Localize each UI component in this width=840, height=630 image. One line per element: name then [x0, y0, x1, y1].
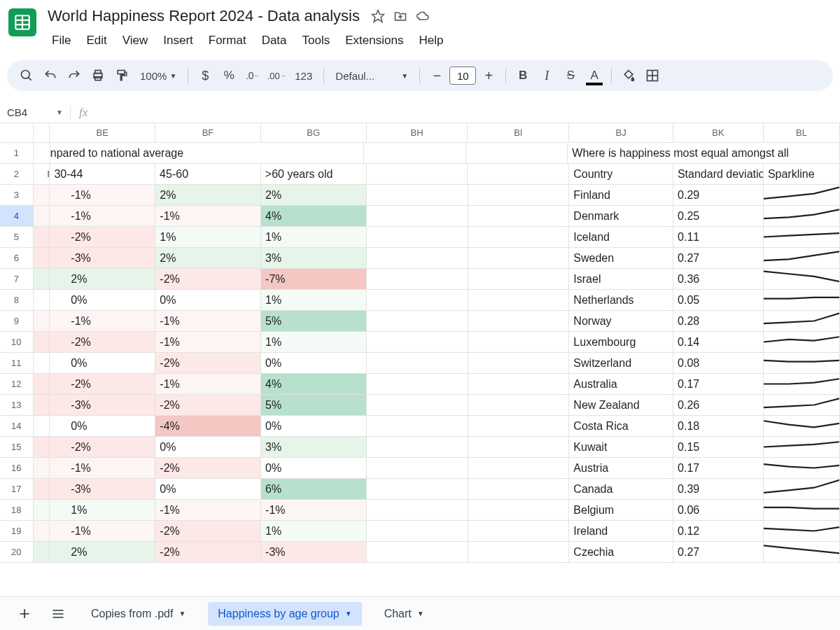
column-header[interactable]: BE	[50, 123, 155, 142]
cell[interactable]: 2%	[50, 542, 155, 562]
cell[interactable]: -1%	[261, 500, 367, 520]
row-header[interactable]: 7	[0, 269, 34, 289]
cell[interactable]	[367, 479, 468, 499]
cell[interactable]	[367, 374, 468, 394]
cell[interactable]: -1%	[50, 521, 155, 541]
cell[interactable]: -2%	[155, 353, 261, 373]
cell[interactable]: 3%	[261, 248, 367, 268]
cell[interactable]: 0.08	[673, 353, 764, 373]
cell[interactable]: 0.05	[673, 290, 764, 310]
sparkline-cell[interactable]	[764, 353, 840, 373]
cell[interactable]	[468, 311, 570, 331]
cell[interactable]	[34, 395, 50, 415]
cell[interactable]: Sparkline	[764, 164, 840, 184]
menu-tools[interactable]: Tools	[295, 29, 337, 52]
sparkline-cell[interactable]	[764, 311, 840, 331]
cell[interactable]: Canada	[569, 479, 673, 499]
cell[interactable]: 0.14	[673, 332, 764, 352]
cell[interactable]	[468, 458, 570, 478]
cell[interactable]	[34, 416, 50, 436]
fill-color-icon[interactable]	[617, 64, 640, 87]
cell[interactable]	[367, 416, 468, 436]
cell[interactable]: Netherlands	[569, 290, 673, 310]
cell[interactable]: -1%	[155, 374, 261, 394]
cell[interactable]: 1%	[261, 290, 367, 310]
cell[interactable]	[34, 521, 50, 541]
cell[interactable]: 1%	[261, 332, 367, 352]
cell[interactable]: 0.36	[673, 269, 764, 289]
cell[interactable]: -2%	[155, 542, 261, 562]
cell[interactable]: 45-60	[155, 164, 261, 184]
cell[interactable]	[468, 269, 570, 289]
sparkline-cell[interactable]	[764, 269, 840, 289]
cell[interactable]: -3%	[50, 248, 155, 268]
sparkline-cell[interactable]	[764, 248, 840, 268]
cell[interactable]: -1%	[50, 185, 155, 205]
spreadsheet-grid[interactable]: BE BF BG BH BI BJ BK BL 1 npared to nati…	[0, 123, 840, 563]
decrease-decimal-icon[interactable]: .0←	[241, 64, 264, 87]
cell[interactable]: 2%	[50, 269, 155, 289]
cell[interactable]: l	[34, 164, 50, 184]
name-box[interactable]: CB4▼	[0, 106, 70, 118]
cell[interactable]: 4%	[261, 206, 367, 226]
cell[interactable]: -1%	[50, 311, 155, 331]
cell[interactable]	[468, 290, 570, 310]
cell[interactable]	[468, 395, 570, 415]
cell[interactable]: 0.17	[673, 374, 764, 394]
row-header[interactable]: 16	[0, 458, 34, 478]
add-sheet-icon[interactable]: +	[14, 603, 35, 624]
cell[interactable]: 1%	[261, 227, 367, 247]
cell[interactable]	[367, 332, 468, 352]
cell[interactable]: -2%	[50, 332, 155, 352]
cell[interactable]: Israel	[569, 269, 673, 289]
cell[interactable]: 0%	[50, 416, 155, 436]
row-header[interactable]: 2	[0, 164, 34, 184]
cell[interactable]: -1%	[50, 458, 155, 478]
cell[interactable]	[34, 311, 50, 331]
cell[interactable]: 0.15	[673, 437, 764, 457]
row-header[interactable]: 1	[0, 143, 34, 163]
cell[interactable]	[367, 521, 468, 541]
cell[interactable]	[34, 458, 50, 478]
print-icon[interactable]	[87, 64, 109, 87]
search-icon[interactable]	[15, 64, 38, 87]
cell[interactable]: -1%	[155, 500, 261, 520]
cell[interactable]	[367, 248, 468, 268]
strikethrough-icon[interactable]: S	[559, 64, 582, 87]
cell[interactable]	[367, 542, 468, 562]
sheet-tab[interactable]: Chart▼	[374, 602, 434, 626]
row-header[interactable]: 15	[0, 437, 34, 457]
sparkline-cell[interactable]	[764, 227, 840, 247]
cell[interactable]: 0.29	[673, 185, 764, 205]
font-size-plus[interactable]: +	[477, 64, 500, 87]
cell[interactable]	[468, 353, 570, 373]
cell[interactable]: -4%	[155, 416, 261, 436]
cell[interactable]: 0%	[155, 437, 261, 457]
cell[interactable]: 0%	[50, 290, 155, 310]
cell[interactable]	[468, 479, 570, 499]
cell[interactable]: 0.06	[673, 500, 764, 520]
cell[interactable]	[367, 290, 468, 310]
sparkline-cell[interactable]	[764, 332, 840, 352]
cell[interactable]	[34, 143, 50, 163]
column-header[interactable]: BF	[155, 123, 261, 142]
cell[interactable]: Norway	[569, 311, 673, 331]
cell[interactable]: -2%	[155, 269, 261, 289]
cell[interactable]: 5%	[261, 311, 367, 331]
cell[interactable]	[34, 353, 50, 373]
menu-view[interactable]: View	[115, 29, 155, 52]
menu-data[interactable]: Data	[255, 29, 294, 52]
document-title[interactable]: World Happiness Report 2024 - Data analy…	[45, 6, 363, 27]
row-header[interactable]: 11	[0, 353, 34, 373]
cell[interactable]: -2%	[155, 458, 261, 478]
cell[interactable]	[367, 185, 468, 205]
sparkline-cell[interactable]	[764, 374, 840, 394]
column-header[interactable]	[34, 123, 50, 142]
cell[interactable]: -1%	[155, 311, 261, 331]
cell[interactable]: 0.17	[673, 458, 764, 478]
cell[interactable]	[34, 290, 50, 310]
cell[interactable]: New Zealand	[569, 395, 673, 415]
sparkline-cell[interactable]	[764, 290, 840, 310]
cell[interactable]	[468, 227, 570, 247]
format-123[interactable]: 123	[289, 70, 318, 82]
